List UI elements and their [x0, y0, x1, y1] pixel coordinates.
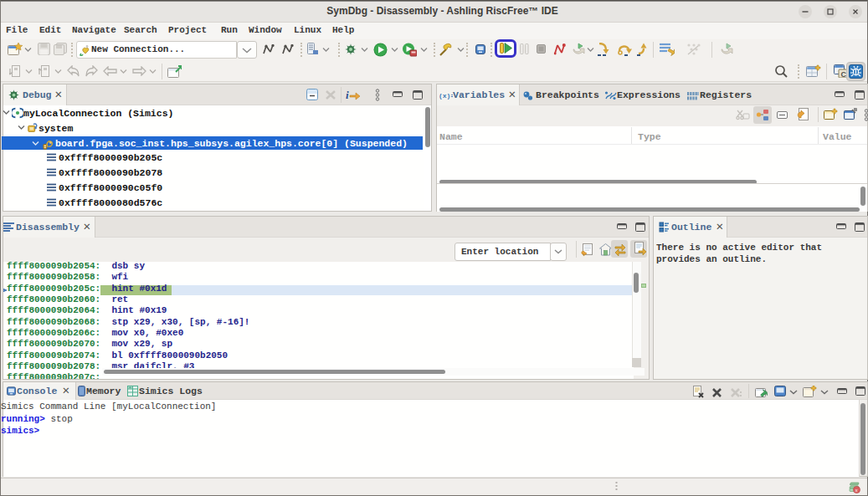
svg-text:i: i [346, 89, 349, 100]
svg-text:(x)=: (x)= [439, 92, 453, 100]
